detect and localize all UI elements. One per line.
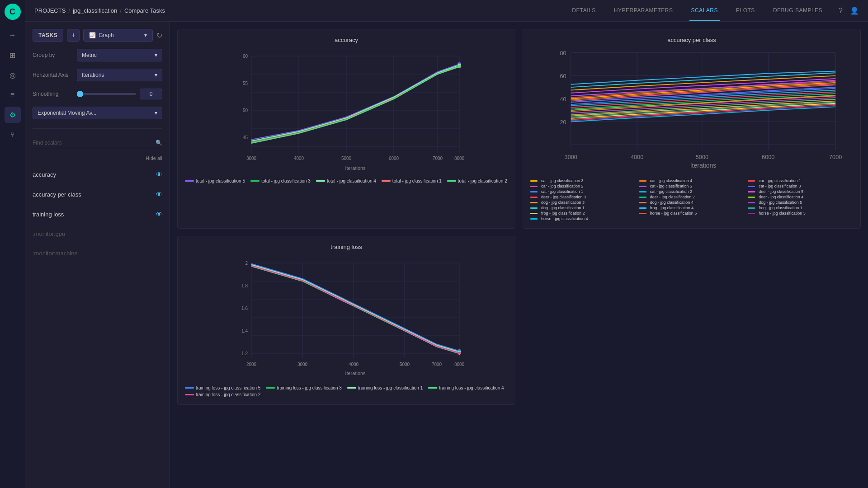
legend-item: training loss - jpg classification 5 (185, 385, 260, 390)
horizontal-axis-row: Horizontal Axis Iterations ▾ (33, 69, 162, 81)
scalar-training-loss-eye[interactable]: 👁 (156, 211, 162, 218)
refresh-button[interactable]: ↻ (156, 31, 162, 40)
svg-text:6000: 6000 (762, 154, 774, 160)
legend-item: training loss - jpg classification 3 (266, 385, 341, 390)
sidebar-item-settings[interactable]: ⚙ (5, 107, 21, 123)
accuracy-chart-title: accuracy (185, 37, 508, 43)
tab-hyperparameters[interactable]: HYPERPARAMETERS (612, 0, 675, 21)
add-button[interactable]: + (67, 29, 80, 42)
svg-text:7000: 7000 (433, 156, 443, 161)
legend-item: car - jpg classification 1 (748, 178, 853, 183)
svg-text:60: 60 (560, 73, 566, 80)
svg-text:5000: 5000 (400, 362, 410, 367)
scalar-item-accuracy-per-class[interactable]: accuracy per class 👁 (33, 188, 162, 201)
accuracy-per-class-legend: car - jpg classification 3 car - jpg cla… (530, 178, 853, 221)
legend-item: total - jpg classification 5 (185, 178, 245, 183)
sidebar-item-arrow[interactable]: → (5, 27, 21, 43)
sidebar-item-globe[interactable]: ◎ (5, 67, 21, 83)
svg-text:8000: 8000 (454, 362, 465, 367)
svg-text:Iterations: Iterations (690, 162, 717, 169)
accuracy-per-class-chart-svg: 80 60 40 20 3000 4000 5000 6000 7000 (530, 47, 853, 174)
hide-all-button[interactable]: Hide all (146, 155, 162, 161)
breadcrumb-page[interactable]: Compare Tasks (124, 7, 165, 14)
legend-item: frog - jpg classification 4 (639, 206, 745, 210)
smoothing-slider-thumb[interactable] (77, 91, 83, 97)
svg-text:8000: 8000 (454, 156, 465, 161)
content: TASKS + 📈 Graph ▾ ↻ Group by Metric ▾ Ho… (25, 22, 868, 488)
legend-item: deer - jpg classification 3 (530, 195, 636, 199)
exp-moving-arrow: ▾ (155, 110, 157, 116)
breadcrumb-project[interactable]: jpg_classification (73, 7, 117, 14)
tasks-button[interactable]: TASKS (33, 29, 63, 42)
legend-item: horse - jpg classification 4 (530, 216, 636, 221)
accuracy-chart-svg: 60 55 50 45 3000 4000 5000 6000 7000 800… (185, 47, 508, 174)
tab-debug-samples[interactable]: DEBUG SAMPLES (771, 0, 824, 21)
user-button[interactable]: 👤 (850, 6, 859, 15)
accuracy-per-class-chart-title: accuracy per class (530, 37, 853, 43)
group-by-select[interactable]: Metric ▾ (77, 49, 162, 61)
accuracy-chart-card: accuracy 60 (177, 29, 515, 229)
sidebar-item-grid[interactable]: ⊞ (5, 47, 21, 63)
graph-dropdown-arrow: ▾ (144, 32, 147, 38)
tab-scalars[interactable]: SCALARS (689, 0, 720, 21)
help-button[interactable]: ? (839, 7, 843, 15)
scalar-item-training-loss[interactable]: training loss 👁 (33, 208, 162, 221)
legend-item: total - jpg classification 2 (447, 178, 507, 183)
scalar-accuracy-per-class-eye[interactable]: 👁 (156, 191, 162, 198)
divider1 (33, 128, 162, 129)
scalar-accuracy-label: accuracy (33, 171, 56, 178)
scalar-item-accuracy[interactable]: accuracy 👁 (33, 168, 162, 181)
group-by-arrow: ▾ (155, 52, 157, 58)
legend-item: deer - jpg classification 2 (639, 195, 745, 199)
training-loss-chart-svg: 2 1.8 1.6 1.4 1.2 2000 3000 4000 5000 70… (185, 254, 508, 380)
smoothing-label: Smoothing (33, 91, 73, 97)
chart-area: accuracy 60 (170, 22, 868, 488)
svg-text:7000: 7000 (829, 154, 842, 160)
search-icon: 🔍 (156, 140, 162, 146)
legend-item: horse - jpg classification 3 (748, 211, 853, 216)
smoothing-value[interactable]: 0 (140, 89, 162, 99)
hide-all-row: Hide all (33, 155, 162, 161)
horizontal-axis-select[interactable]: Iterations ▾ (77, 69, 162, 81)
legend-item: deer - jpg classification 5 (748, 189, 853, 194)
horizontal-axis-label: Horizontal Axis (33, 72, 73, 78)
tab-plots[interactable]: PLOTS (734, 0, 757, 21)
legend-item: car - jpg classification 4 (639, 178, 745, 183)
legend-item: total - jpg classification 1 (382, 178, 442, 183)
graph-button[interactable]: 📈 Graph ▾ (83, 29, 153, 42)
app-logo[interactable]: C (5, 4, 21, 20)
svg-text:50: 50 (243, 108, 248, 113)
find-scalars-input[interactable] (33, 140, 156, 146)
topnav: PROJECTS / jpg_classification / Compare … (25, 0, 868, 22)
breadcrumb-sep2: / (120, 7, 122, 14)
exp-moving-select[interactable]: Exponential Moving Av... ▾ (33, 107, 162, 119)
svg-text:1.4: 1.4 (241, 328, 248, 333)
scalar-item-monitor-gpu[interactable]: :monitor:gpu (33, 228, 162, 240)
svg-point-74 (458, 352, 461, 354)
svg-text:1.2: 1.2 (241, 351, 248, 356)
horizontal-axis-arrow: ▾ (155, 72, 157, 78)
svg-text:4000: 4000 (631, 154, 643, 160)
topnav-right: ? 👤 (839, 6, 859, 15)
tab-details[interactable]: DETAILS (570, 0, 598, 21)
svg-text:5000: 5000 (341, 156, 352, 161)
svg-text:3000: 3000 (246, 156, 257, 161)
legend-item: horse - jpg classification 5 (639, 211, 745, 216)
legend-item: dog - jpg classification 3 (530, 200, 636, 205)
sidebar-item-branch[interactable]: ⑂ (5, 127, 21, 143)
svg-text:Iterations: Iterations (345, 371, 366, 376)
svg-text:5000: 5000 (696, 154, 708, 160)
legend-item: training loss - jpg classification 2 (185, 392, 260, 397)
scalar-accuracy-eye[interactable]: 👁 (156, 171, 162, 178)
legend-item: car - jpg classification 3 (530, 178, 636, 183)
sidebar-item-layers[interactable]: ≡ (5, 87, 21, 103)
legend-item: training loss - jpg classification 1 (347, 385, 423, 390)
svg-text:3000: 3000 (565, 154, 577, 160)
legend-item: car - jpg classification 2 (530, 184, 636, 188)
scalar-item-monitor-machine[interactable]: :monitor:machine (33, 247, 162, 259)
topnav-tabs: DETAILS HYPERPARAMETERS SCALARS PLOTS DE… (570, 0, 824, 21)
breadcrumb-sep1: / (68, 7, 70, 14)
breadcrumb-projects[interactable]: PROJECTS (34, 7, 66, 14)
legend-item: total - jpg classification 4 (316, 178, 376, 183)
svg-text:2: 2 (245, 261, 248, 266)
